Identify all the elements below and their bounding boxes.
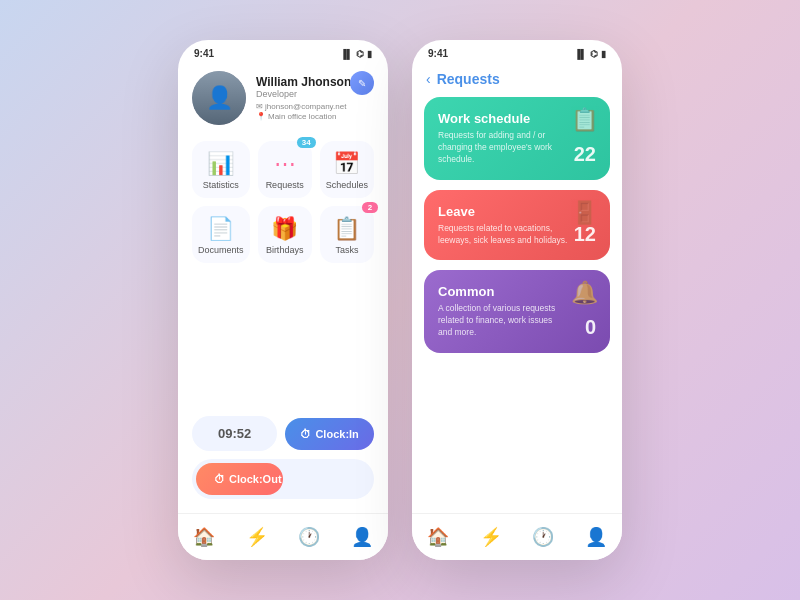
time-display: 09:52	[192, 416, 277, 451]
nav-profile-1[interactable]: 👤	[343, 522, 381, 552]
status-time-2: 9:41	[428, 48, 448, 59]
avatar-image: 👤	[192, 71, 246, 125]
email-icon: ✉	[256, 102, 263, 111]
grid-item-requests[interactable]: 34 ⋯ Requests	[258, 141, 312, 198]
clock-row: 09:52 ⏱ Clock:In	[192, 416, 374, 451]
statistics-label: Statistics	[203, 180, 239, 190]
birthdays-icon: 🎁	[271, 218, 298, 240]
leave-icon: 🚪	[571, 200, 598, 226]
avatar: 👤	[192, 71, 246, 125]
requests-header: ‹ Requests	[412, 63, 622, 97]
common-count: 0	[585, 316, 596, 339]
profile-section: 👤 William Jhonson Developer ✉ jhonson@co…	[178, 63, 388, 135]
back-button[interactable]: ‹	[426, 71, 431, 87]
clock-out-label: Clock:Out	[229, 473, 282, 485]
nav-profile-2[interactable]: 👤	[577, 522, 615, 552]
leave-desc: Requests related to vacations, leeways, …	[438, 223, 568, 247]
status-bar-1: 9:41 ▐▌ ⌬ ▮	[178, 40, 388, 63]
status-time-1: 9:41	[194, 48, 214, 59]
bottom-nav-1: 🏠 ⚡ 🕐 👤	[178, 513, 388, 560]
wifi-icon: ⌬	[356, 49, 364, 59]
nav-clock-1[interactable]: 🕐	[290, 522, 328, 552]
clock-out-icon: ⏱	[214, 473, 225, 485]
work-schedule-desc: Requests for adding and / or changing th…	[438, 130, 568, 166]
common-desc: A collection of various requests related…	[438, 303, 568, 339]
nav-clock-2[interactable]: 🕐	[524, 522, 562, 552]
location-icon: 📍	[256, 112, 266, 121]
requests-label: Requests	[266, 180, 304, 190]
phone-profile: 9:41 ▐▌ ⌬ ▮ 👤 William Jhonson Developer …	[178, 40, 388, 560]
battery-icon-2: ▮	[601, 49, 606, 59]
clock-in-icon: ⏱	[300, 428, 311, 440]
tasks-icon: 📋	[333, 218, 360, 240]
tasks-badge: 2	[362, 202, 378, 213]
menu-grid: 📊 Statistics 34 ⋯ Requests 📅 Schedules 📄…	[192, 141, 374, 263]
schedules-label: Schedules	[326, 180, 368, 190]
request-card-common[interactable]: 🔔 Common A collection of various request…	[424, 270, 610, 353]
grid-item-birthdays[interactable]: 🎁 Birthdays	[258, 206, 312, 263]
schedules-icon: 📅	[333, 153, 360, 175]
wifi-icon-2: ⌬	[590, 49, 598, 59]
edit-profile-button[interactable]: ✎	[350, 71, 374, 95]
grid-item-tasks[interactable]: 2 📋 Tasks	[320, 206, 374, 263]
clock-actions: 09:52 ⏱ Clock:In ⏱ Clock:Out	[178, 406, 388, 513]
requests-icon: ⋯	[274, 153, 296, 175]
request-card-leave[interactable]: 🚪 Leave Requests related to vacations, l…	[424, 190, 610, 261]
documents-icon: 📄	[207, 218, 234, 240]
clock-out-button[interactable]: ⏱ Clock:Out	[196, 463, 283, 495]
leave-count: 12	[574, 223, 596, 246]
nav-flash-2[interactable]: ⚡	[472, 522, 510, 552]
work-schedule-icon: 📋	[571, 107, 598, 133]
grid-item-documents[interactable]: 📄 Documents	[192, 206, 250, 263]
page-title: Requests	[437, 71, 500, 87]
grid-section: 📊 Statistics 34 ⋯ Requests 📅 Schedules 📄…	[178, 135, 388, 406]
nav-home-2[interactable]: 🏠	[419, 522, 457, 552]
battery-icon: ▮	[367, 49, 372, 59]
documents-label: Documents	[198, 245, 244, 255]
clock-in-button[interactable]: ⏱ Clock:In	[285, 418, 374, 450]
tasks-label: Tasks	[335, 245, 358, 255]
bottom-nav-2: 🏠 ⚡ 🕐 👤	[412, 513, 622, 560]
nav-flash-1[interactable]: ⚡	[238, 522, 276, 552]
signal-icon: ▐▌	[340, 49, 353, 59]
common-icon: 🔔	[571, 280, 598, 306]
status-icons-2: ▐▌ ⌬ ▮	[574, 49, 606, 59]
clock-in-label: Clock:In	[315, 428, 358, 440]
profile-email: ✉ jhonson@company.net	[256, 102, 374, 111]
work-schedule-count: 22	[574, 143, 596, 166]
nav-home-1[interactable]: 🏠	[185, 522, 223, 552]
requests-list: 📋 Work schedule Requests for adding and …	[412, 97, 622, 353]
clock-out-row: ⏱ Clock:Out	[192, 459, 374, 499]
birthdays-label: Birthdays	[266, 245, 304, 255]
statistics-icon: 📊	[207, 153, 234, 175]
request-card-work-schedule[interactable]: 📋 Work schedule Requests for adding and …	[424, 97, 610, 180]
profile-location: 📍 Main office location	[256, 112, 374, 121]
phone-requests: 9:41 ▐▌ ⌬ ▮ ‹ Requests 📋 Work schedule R…	[412, 40, 622, 560]
grid-item-schedules[interactable]: 📅 Schedules	[320, 141, 374, 198]
signal-icon-2: ▐▌	[574, 49, 587, 59]
requests-badge: 34	[297, 137, 316, 148]
status-bar-2: 9:41 ▐▌ ⌬ ▮	[412, 40, 622, 63]
grid-item-statistics[interactable]: 📊 Statistics	[192, 141, 250, 198]
status-icons-1: ▐▌ ⌬ ▮	[340, 49, 372, 59]
